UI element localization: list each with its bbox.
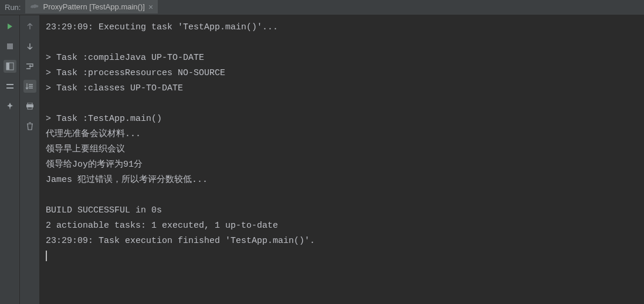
layout-button[interactable] [4, 60, 16, 73]
svg-rect-3 [6, 84, 13, 85]
close-icon[interactable]: × [148, 3, 153, 11]
scroll-to-end-button[interactable] [23, 80, 36, 93]
console-line: James 犯过错误，所以考评分数较低... [46, 175, 208, 185]
svg-rect-2 [6, 63, 9, 70]
run-body: 23:29:09: Executing task 'TestApp.main()… [0, 15, 644, 304]
console-line: > Task :TestApp.main() [46, 114, 162, 124]
console-line: 23:29:09: Executing task 'TestApp.main()… [46, 22, 278, 32]
console-output[interactable]: 23:29:09: Executing task 'TestApp.main()… [40, 15, 644, 304]
console-line: BUILD SUCCESSFUL in 0s [46, 205, 162, 215]
console-line: 23:29:09: Task execution finished 'TestA… [46, 236, 315, 246]
pin-button[interactable] [4, 100, 16, 113]
console-line: 领导给Joy的考评为91分 [46, 160, 143, 170]
tab-title: ProxyPattern [TestApp.main()] [43, 2, 144, 11]
svg-rect-0 [7, 43, 13, 49]
settings-button[interactable] [4, 80, 16, 93]
console-line: 2 actionable tasks: 1 executed, 1 up-to-… [46, 221, 278, 231]
delete-button[interactable] [23, 120, 36, 133]
left-gutter-1 [0, 15, 20, 304]
gradle-icon [30, 2, 39, 11]
console-line: 领导早上要组织会议 [46, 144, 125, 154]
console-line: > Task :classes UP-TO-DATE [46, 83, 183, 93]
console-line: > Task :processResources NO-SOURCE [46, 68, 225, 78]
left-gutter-2 [20, 15, 40, 304]
soft-wrap-button[interactable] [23, 60, 36, 73]
down-button[interactable] [23, 40, 36, 53]
rerun-button[interactable] [4, 20, 16, 33]
svg-rect-5 [28, 103, 32, 104]
run-config-tab[interactable]: ProxyPattern [TestApp.main()] × [25, 0, 158, 15]
run-tool-header: Run: ProxyPattern [TestApp.main()] × [0, 0, 644, 15]
console-line: > Task :compileJava UP-TO-DATE [46, 53, 204, 63]
caret [46, 251, 47, 261]
console-line: 代理先准备会议材料... [46, 129, 141, 139]
up-button[interactable] [23, 20, 36, 33]
svg-rect-4 [6, 87, 13, 89]
run-label: Run: [0, 3, 25, 12]
print-button[interactable] [23, 100, 36, 113]
stop-button[interactable] [4, 40, 16, 53]
